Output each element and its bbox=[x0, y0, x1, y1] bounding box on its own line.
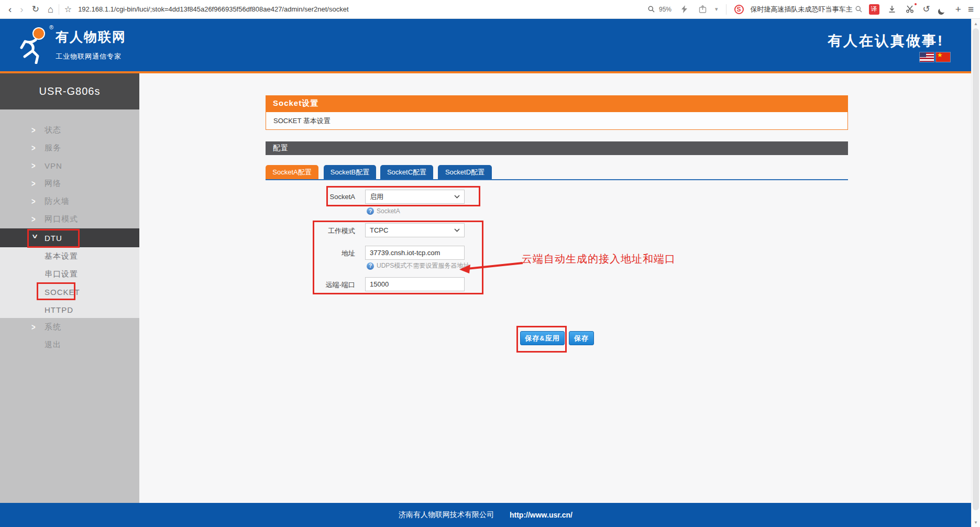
sidebar-item-status[interactable]: > 状态 bbox=[0, 121, 139, 139]
select-chevron-icon bbox=[454, 228, 460, 232]
home-icon[interactable]: ⌂ bbox=[48, 5, 53, 14]
page: ‹ › ↻ ⌂ ☆ 192.168.1.1/cgi-bin/luci/;stok… bbox=[0, 0, 980, 527]
hot-search-box[interactable]: 保时捷高速插队未成恐吓当事车主 bbox=[751, 5, 862, 14]
remote-port-input[interactable] bbox=[365, 277, 465, 291]
zoom-level-label: 95% bbox=[659, 6, 671, 13]
sidebar-item-label: 网口模式 bbox=[45, 214, 78, 224]
address-label: 地址 bbox=[283, 249, 355, 258]
scrollbar-up-arrow[interactable]: ▲ bbox=[972, 19, 980, 28]
registered-mark: ® bbox=[49, 24, 53, 30]
footer: 济南有人物联网技术有限公司 http://www.usr.cn/ bbox=[0, 503, 971, 527]
page-scrollbar[interactable]: ▲ ▼ bbox=[971, 19, 980, 527]
panel-title-bar: Socket设置 bbox=[266, 95, 848, 112]
sogou-logo-icon[interactable]: S bbox=[734, 5, 744, 14]
english-flag-icon[interactable] bbox=[920, 52, 934, 62]
search-icon bbox=[855, 6, 862, 13]
footer-site-link[interactable]: http://www.usr.cn/ bbox=[510, 511, 572, 519]
sidebar-item-label: 网络 bbox=[45, 179, 61, 189]
share-icon[interactable] bbox=[697, 4, 708, 15]
chevron-right-icon: > bbox=[31, 160, 39, 171]
sidebar-item-network[interactable]: > 网络 bbox=[0, 174, 139, 192]
remote-port-label: 远端-端口 bbox=[283, 280, 355, 290]
scrollbar-thumb[interactable] bbox=[973, 28, 979, 510]
address-input[interactable] bbox=[365, 246, 465, 260]
page-zoom-control[interactable]: 95% bbox=[646, 4, 671, 15]
notification-dot bbox=[915, 3, 917, 5]
device-model-title: USR-G806s bbox=[0, 73, 139, 109]
help-icon: ? bbox=[367, 207, 374, 215]
sidebar-item-dtu[interactable]: > DTU bbox=[0, 228, 139, 247]
hint-text: SocketA bbox=[377, 207, 400, 215]
hint-text: UDPS模式不需要设置服务器地址 bbox=[377, 261, 469, 270]
main-content bbox=[139, 73, 971, 503]
sidebar-subitem-basic-settings[interactable]: 基本设置 bbox=[0, 247, 139, 265]
scrollbar-down-arrow[interactable]: ▼ bbox=[972, 518, 980, 526]
sidebar-subitem-serial-settings[interactable]: 串口设置 bbox=[0, 265, 139, 283]
chevron-right-icon: > bbox=[31, 125, 39, 135]
sidebar-subitem-label: 基本设置 bbox=[45, 251, 78, 261]
tab-socket-d[interactable]: SocketD配置 bbox=[438, 165, 492, 179]
bookmark-star-icon[interactable]: ☆ bbox=[64, 5, 72, 14]
tabs-underline bbox=[266, 179, 848, 180]
toolbar-divider bbox=[726, 4, 726, 15]
sidebar-item-label: 退出 bbox=[45, 340, 61, 350]
footer-company: 济南有人物联网技术有限公司 bbox=[399, 510, 494, 520]
save-button[interactable]: 保存 bbox=[569, 331, 594, 345]
translate-icon[interactable]: 译 bbox=[869, 4, 879, 15]
sidebar-item-label: DTU bbox=[45, 234, 62, 243]
chevron-right-icon: > bbox=[31, 214, 39, 224]
socketa-label: SocketA bbox=[283, 193, 355, 201]
chevron-right-icon: > bbox=[31, 322, 39, 332]
tab-socket-b[interactable]: SocketB配置 bbox=[324, 165, 376, 179]
app-header: ® 有人物联网 工业物联网通信专家 有人在认真做事! ★ bbox=[0, 19, 971, 71]
sidebar-item-firewall[interactable]: > 防火墙 bbox=[0, 192, 139, 210]
help-icon: ? bbox=[367, 262, 374, 270]
tab-socket-a[interactable]: SocketA配置 bbox=[266, 165, 318, 179]
sidebar-subitem-label: HTTPD bbox=[45, 305, 73, 314]
night-mode-moon-icon[interactable] bbox=[937, 4, 949, 15]
brand-block: 有人物联网 工业物联网通信专家 bbox=[56, 28, 126, 61]
socketa-enable-value: 启用 bbox=[370, 192, 383, 202]
speed-boost-icon[interactable] bbox=[678, 4, 690, 15]
back-icon[interactable]: ‹ bbox=[8, 4, 12, 14]
socketa-enable-select[interactable]: 启用 bbox=[365, 190, 465, 204]
work-mode-label: 工作模式 bbox=[283, 226, 355, 236]
config-section-bar: 配置 bbox=[266, 141, 848, 155]
annotation-arrow bbox=[459, 259, 525, 273]
sidebar-item-system[interactable]: > 系统 bbox=[0, 318, 139, 336]
sidebar-item-label: 服务 bbox=[45, 143, 61, 153]
address-bar[interactable]: 192.168.1.1/cgi-bin/luci/;stok=4dd13f845… bbox=[78, 5, 348, 13]
chevron-right-icon: > bbox=[31, 142, 39, 153]
history-undo-icon[interactable]: ↺ bbox=[923, 5, 930, 14]
sidebar-item-vpn[interactable]: > VPN bbox=[0, 157, 139, 174]
sidebar-item-services[interactable]: > 服务 bbox=[0, 139, 139, 157]
chinese-flag-icon[interactable]: ★ bbox=[936, 52, 950, 62]
hot-search-text: 保时捷高速插队未成恐吓当事车主 bbox=[751, 5, 853, 14]
sidebar-subitem-httpd[interactable]: HTTPD bbox=[0, 301, 139, 319]
sidebar-item-label: 系统 bbox=[45, 322, 61, 332]
download-icon[interactable] bbox=[886, 4, 898, 15]
toolbar-chevron-down-icon[interactable]: ▾ bbox=[715, 6, 718, 12]
address-hint: ? UDPS模式不需要设置服务器地址 bbox=[367, 261, 469, 270]
toolbar-divider bbox=[59, 4, 59, 15]
sidebar-item-label: 防火墙 bbox=[45, 196, 70, 206]
usr-logo: ® bbox=[18, 26, 51, 64]
sidebar-item-logout[interactable]: > 退出 bbox=[0, 336, 139, 354]
panel-subtitle-box: SOCKET 基本设置 bbox=[266, 112, 848, 130]
save-apply-button[interactable]: 保存&应用 bbox=[520, 331, 565, 345]
forward-icon[interactable]: › bbox=[20, 4, 23, 14]
refresh-icon[interactable]: ↻ bbox=[32, 5, 39, 14]
work-mode-select[interactable]: TCPC bbox=[365, 223, 465, 237]
browser-menu-icon[interactable]: ≡ bbox=[968, 4, 974, 14]
sidebar-item-label: 状态 bbox=[45, 125, 61, 135]
language-flags: ★ bbox=[920, 52, 950, 62]
screenshot-scissors-icon[interactable] bbox=[905, 4, 916, 15]
new-tab-plus-icon[interactable]: + bbox=[955, 4, 961, 14]
sidebar-subitem-label: 串口设置 bbox=[45, 269, 78, 279]
sidebar-subitem-socket[interactable]: SOCKET bbox=[0, 283, 139, 301]
toolbar-right-tools: 95% ▾ S 保时捷高速插队未成恐吓当事车主 译 ↺ bbox=[646, 4, 980, 15]
tab-socket-c[interactable]: SocketC配置 bbox=[380, 165, 433, 179]
brand-name: 有人物联网 bbox=[56, 28, 126, 46]
sidebar-item-port-mode[interactable]: > 网口模式 bbox=[0, 210, 139, 228]
chevron-right-icon: > bbox=[31, 178, 39, 189]
